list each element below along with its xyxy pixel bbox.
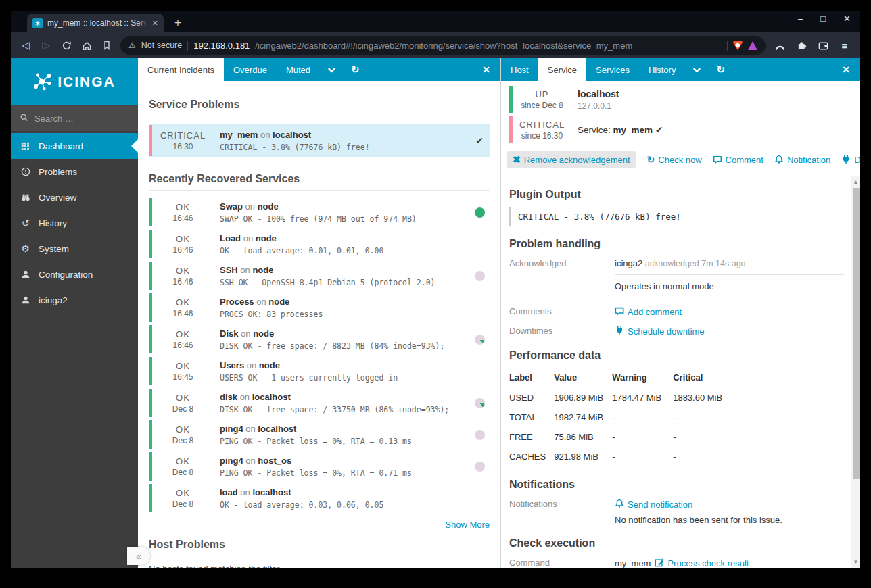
sidebar-item-dashboard[interactable]: Dashboard xyxy=(11,133,138,159)
incidents-tab-muted[interactable]: Muted xyxy=(277,58,320,81)
recovered-service-row[interactable]: OKDec 8ping4 on localhostPING OK - Packe… xyxy=(149,420,490,449)
scrollbar-thumb[interactable] xyxy=(853,188,860,479)
incidents-refresh-icon[interactable]: ↻ xyxy=(344,58,367,81)
service-name[interactable]: disk xyxy=(220,392,237,402)
service-name[interactable]: Process xyxy=(220,297,254,307)
service-problem-row[interactable]: CRITICAL 16:30 my_mem on localhost CRITI… xyxy=(149,124,490,157)
show-more-link[interactable]: Show More xyxy=(445,520,490,530)
recovered-service-row[interactable]: OKDec 8disk on localhostDISK OK - free s… xyxy=(149,388,490,418)
recovered-service-row[interactable]: OK16:45Users on nodeUSERS OK - 1 users c… xyxy=(149,356,490,386)
new-tab-button[interactable]: + xyxy=(174,14,181,32)
service-name[interactable]: SSH xyxy=(220,265,238,275)
incidents-close-icon[interactable]: ✕ xyxy=(472,58,500,81)
comment-button[interactable]: Comment xyxy=(713,155,763,165)
brave-shield-icon[interactable] xyxy=(733,41,743,51)
remove-acknowledgement-button[interactable]: ✖Remove acknowledgement xyxy=(507,151,636,168)
detail-close-icon[interactable]: ✕ xyxy=(832,58,860,81)
incidents-tab-overdue[interactable]: Overdue xyxy=(224,58,277,81)
incidents-tab-current-incidents[interactable]: Current Incidents xyxy=(138,58,224,81)
host-name[interactable]: localhost xyxy=(578,89,860,99)
row-state: OK xyxy=(152,456,214,466)
scroll-down-icon[interactable]: ▼ xyxy=(853,559,859,565)
sidebar-item-history[interactable]: ↺History xyxy=(11,210,138,236)
recovered-service-row[interactable]: OK16:46Process on nodePROCS OK: 83 proce… xyxy=(149,293,490,322)
service-name[interactable]: ping4 xyxy=(220,456,243,466)
notification-button[interactable]: Notification xyxy=(774,155,830,165)
service-status-row[interactable]: CRITICAL since 16:30 Service: my_mem ✔ xyxy=(501,116,860,144)
reload-icon[interactable] xyxy=(60,41,73,51)
service-name[interactable]: my_mem xyxy=(220,130,258,140)
wallet-icon[interactable] xyxy=(816,41,830,51)
browser-tab[interactable]: ∗ my_mem :: localhost :: Serv ✕ xyxy=(27,14,164,32)
icinga-logo[interactable]: ICINGA xyxy=(11,58,138,105)
vpn-arc-icon[interactable] xyxy=(772,41,787,51)
host-name[interactable]: localhost xyxy=(252,487,291,497)
service-name[interactable]: ping4 xyxy=(220,424,243,434)
sidebar-item-configuration[interactable]: Configuration xyxy=(11,262,138,287)
search-input[interactable]: Search … xyxy=(11,105,138,131)
service-name[interactable]: my_mem xyxy=(613,125,653,135)
extensions-puzzle-icon[interactable] xyxy=(794,41,809,51)
row-state: OK xyxy=(152,202,214,212)
schedule-downtime-link[interactable]: Schedule downtime xyxy=(615,326,704,337)
recovered-service-row[interactable]: OKDec 8load on localhostOK - load averag… xyxy=(149,483,490,513)
service-name[interactable]: Disk xyxy=(220,328,238,339)
detail-dropdown-chevron-icon[interactable] xyxy=(685,58,709,81)
recovered-service-row[interactable]: OK16:46Load on nodeOK - load average: 0.… xyxy=(149,229,490,259)
service-name[interactable]: Users xyxy=(220,360,244,370)
check-now-button[interactable]: ↻Check now xyxy=(647,154,702,165)
sidebar-item-icinga2[interactable]: icinga2 xyxy=(11,287,138,313)
add-comment-link[interactable]: Add comment xyxy=(615,306,682,318)
action-label: Comment xyxy=(726,155,763,165)
recovered-service-row[interactable]: OKDec 8ping4 on host_osPING OK - Packet … xyxy=(149,451,490,481)
detail-tab-services[interactable]: Services xyxy=(586,58,639,81)
bell-icon xyxy=(615,499,624,510)
downtime-button[interactable]: Downtime xyxy=(841,155,860,165)
bookmark-icon[interactable] xyxy=(100,41,114,50)
icinga-star-icon xyxy=(33,72,53,92)
command-name: my_mem xyxy=(615,558,651,568)
service-detail-panel: HostServiceServicesHistory ↻ ✕ UP since … xyxy=(500,58,860,568)
detail-tab-host[interactable]: Host xyxy=(501,58,538,81)
service-name[interactable]: Swap xyxy=(220,201,243,212)
close-window-button[interactable]: ✕ xyxy=(843,14,851,24)
tab-close-icon[interactable]: ✕ xyxy=(152,19,158,28)
host-name[interactable]: node xyxy=(252,265,273,275)
service-name[interactable]: Load xyxy=(220,233,241,243)
back-icon[interactable]: ◁ xyxy=(19,39,32,51)
browser-menu-icon[interactable]: ≡ xyxy=(837,40,852,51)
detail-refresh-icon[interactable]: ↻ xyxy=(709,58,732,81)
app-content: ICINGA Search … DashboardProblemsOvervie… xyxy=(11,58,860,568)
detail-tab-history[interactable]: History xyxy=(639,58,685,81)
incidents-dropdown-chevron-icon[interactable] xyxy=(320,58,344,81)
process-check-result-link[interactable]: Process check result xyxy=(655,558,749,568)
recovered-service-row[interactable]: OK16:46Swap on nodeSWAP OK - 100% free (… xyxy=(149,197,490,227)
host-name[interactable]: node xyxy=(253,328,274,339)
host-name[interactable]: node xyxy=(268,297,289,307)
host-name[interactable]: node xyxy=(258,201,279,212)
recovered-service-row[interactable]: OK16:46SSH on nodeSSH OK - OpenSSH_8.4p1… xyxy=(149,261,490,291)
home-icon[interactable] xyxy=(80,41,93,51)
recovered-service-row[interactable]: OK16:46Disk on nodeDISK OK - free space:… xyxy=(149,324,490,354)
host-name[interactable]: host_os xyxy=(258,456,291,466)
detail-tab-service[interactable]: Service xyxy=(538,58,586,81)
sidebar-item-problems[interactable]: Problems xyxy=(11,159,138,185)
sidebar-item-overview[interactable]: Overview xyxy=(11,185,138,210)
sidebar-collapse-button[interactable]: « xyxy=(127,547,150,565)
minimize-button[interactable]: – xyxy=(798,14,803,24)
scroll-up-icon[interactable]: ▲ xyxy=(853,179,859,185)
host-name[interactable]: localhost xyxy=(273,130,311,140)
adblock-extension-icon[interactable] xyxy=(748,41,757,50)
host-status-row[interactable]: UP since Dec 8 localhost 127.0.0.1 xyxy=(501,85,860,114)
host-name[interactable]: node xyxy=(256,233,277,243)
host-name[interactable]: localhost xyxy=(252,392,291,402)
detail-scrollbar[interactable]: ▲ ▼ xyxy=(851,176,860,568)
problem-handling-title: Problem handling xyxy=(509,238,844,250)
host-name[interactable]: localhost xyxy=(258,424,296,434)
sidebar-item-system[interactable]: ⚙System xyxy=(11,236,138,262)
host-name[interactable]: node xyxy=(259,360,280,370)
maximize-button[interactable]: □ xyxy=(820,14,826,24)
address-bar[interactable]: ⚠ Not secure 192.168.0.181 /icingaweb2/d… xyxy=(120,36,766,55)
service-name[interactable]: load xyxy=(220,487,238,497)
send-notification-link[interactable]: Send notification xyxy=(615,499,692,510)
